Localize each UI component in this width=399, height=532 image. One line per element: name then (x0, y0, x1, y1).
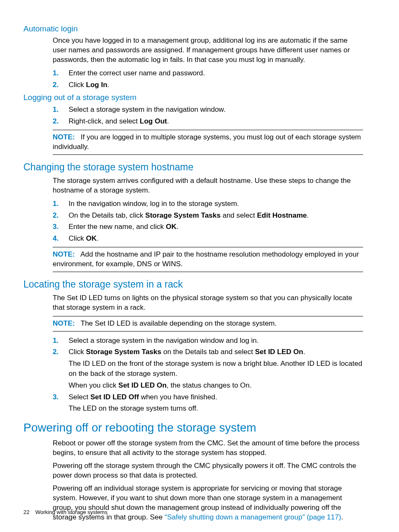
step-number: 2. (53, 80, 59, 90)
heading-powering-off: Powering off or rebooting the storage sy… (23, 421, 363, 434)
step-substep: The LED on the storage system turns off. (69, 403, 363, 414)
step-text: Select Set ID LED Off when you have fini… (69, 393, 217, 401)
list-item: 1. Select a storage system in the naviga… (53, 336, 363, 346)
list-item: 1. Select a storage system in the naviga… (53, 105, 363, 115)
power-p2: Powering off the storage system through … (53, 461, 363, 481)
step-text: Right-click, and select Log Out. (69, 117, 169, 125)
heading-logging-out: Logging out of a storage system (23, 93, 363, 102)
step-text: Click Log In. (69, 81, 109, 89)
list-item: 3. Enter the new name, and click OK. (53, 222, 363, 232)
step-number: 1. (53, 68, 59, 78)
power-p3: Powering off an individual storage syste… (53, 484, 363, 522)
note-logout: NOTE: If you are logged in to multiple s… (53, 130, 363, 155)
step-text: On the Details tab, click Storage System… (69, 211, 309, 219)
list-item: 3. Select Set ID LED Off when you have f… (53, 392, 363, 414)
list-item: 1. Enter the correct user name and passw… (53, 68, 363, 78)
step-text: Enter the correct user name and password… (69, 69, 205, 77)
page-footer: 22Working with storage systems (23, 509, 107, 515)
heading-changing-hostname: Changing the storage system hostname (23, 162, 363, 173)
auto-login-steps: 1. Enter the correct user name and passw… (53, 68, 363, 90)
note-text: Add the hostname and IP pair to the host… (53, 250, 359, 268)
step-number: 3. (53, 222, 59, 232)
list-item: 2. Right-click, and select Log Out. (53, 116, 363, 126)
step-text: Click Storage System Tasks on the Detail… (69, 348, 305, 356)
note-text: The Set ID LED is available depending on… (81, 319, 277, 327)
hostname-steps: 1. In the navigation window, log in to t… (53, 199, 363, 244)
auto-login-intro: Once you have logged in to a management … (53, 36, 363, 65)
note-label: NOTE: (53, 133, 75, 141)
power-p1: Reboot or power off the storage system f… (53, 439, 363, 458)
link-safely-shutting-down[interactable]: "Safely shutting down a management group… (164, 513, 341, 521)
step-text: In the navigation window, log in to the … (69, 200, 239, 208)
step-number: 1. (53, 199, 59, 209)
step-text: Select a storage system in the navigatio… (69, 105, 225, 113)
step-number: 2. (53, 116, 59, 126)
list-item: 1. In the navigation window, log in to t… (53, 199, 363, 209)
page-number: 22 (23, 509, 29, 515)
hostname-intro: The storage system arrives configured wi… (53, 176, 363, 195)
step-number: 4. (53, 234, 59, 244)
locate-steps: 1. Select a storage system in the naviga… (53, 336, 363, 414)
step-number: 3. (53, 392, 59, 402)
list-item: 2. Click Storage System Tasks on the Det… (53, 347, 363, 390)
note-hostname: NOTE: Add the hostname and IP pair to th… (53, 247, 363, 272)
step-substep: The ID LED on the front of the storage s… (69, 359, 363, 379)
step-number: 2. (53, 347, 59, 357)
note-label: NOTE: (53, 319, 75, 327)
list-item: 2. On the Details tab, click Storage Sys… (53, 211, 363, 221)
list-item: 2. Click Log In. (53, 80, 363, 90)
footer-title: Working with storage systems (35, 509, 107, 515)
step-text: Click OK. (69, 234, 99, 242)
step-text: Enter the new name, and click OK. (69, 223, 179, 231)
step-text: Select a storage system in the navigatio… (69, 337, 259, 344)
note-locate: NOTE: The Set ID LED is available depend… (53, 316, 363, 332)
step-number: 1. (53, 105, 59, 115)
step-number: 2. (53, 211, 59, 221)
heading-automatic-login: Automatic login (23, 24, 363, 33)
list-item: 4. Click OK. (53, 234, 363, 244)
heading-locating-rack: Locating the storage system in a rack (23, 279, 363, 290)
step-substep: When you click Set ID LED On, the status… (69, 380, 363, 391)
note-text: If you are logged in to multiple storage… (53, 133, 361, 151)
step-number: 1. (53, 336, 59, 346)
locate-intro: The Set ID LED turns on lights on the ph… (53, 293, 363, 313)
note-label: NOTE: (53, 250, 75, 258)
logout-steps: 1. Select a storage system in the naviga… (53, 105, 363, 126)
